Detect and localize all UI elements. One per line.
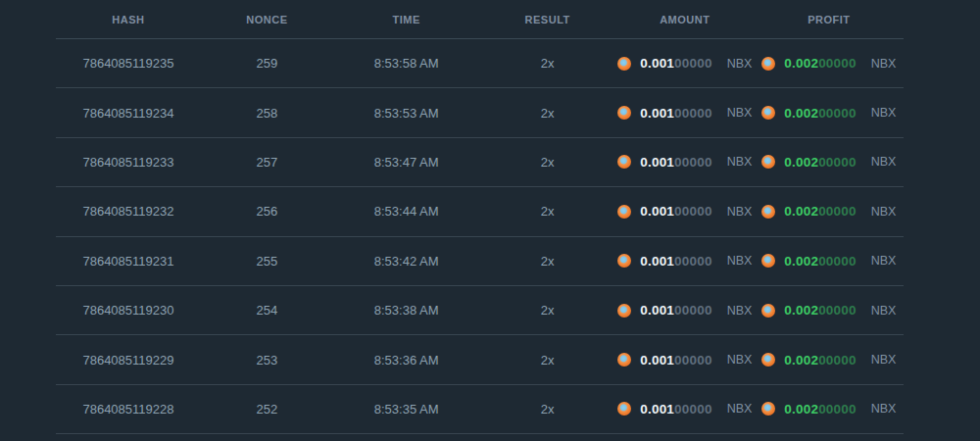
amount-zeros: 00000 bbox=[674, 106, 712, 121]
profit-main: 0.002 bbox=[784, 303, 818, 318]
coin-icon bbox=[761, 254, 775, 268]
currency-label: NBX bbox=[727, 402, 753, 416]
column-header-profit: PROFIT bbox=[755, 0, 904, 39]
table-header-row: HASH NONCE TIME RESULT AMOUNT PROFIT bbox=[56, 0, 904, 39]
column-header-time: TIME bbox=[333, 0, 480, 39]
amount-cell: 0.00100000 NBX bbox=[615, 236, 755, 285]
coin-icon bbox=[617, 155, 631, 169]
table-row: 7864085119232 256 8:53:44 AM 2x 0.001000… bbox=[56, 187, 904, 236]
table-row: 7864085119230 254 8:53:38 AM 2x 0.001000… bbox=[56, 285, 904, 334]
currency-label: NBX bbox=[871, 402, 897, 416]
profit-cell: 0.00200000 NBX bbox=[755, 236, 904, 285]
currency-label: NBX bbox=[727, 304, 753, 318]
amount-main: 0.001 bbox=[640, 254, 674, 269]
amount-value: 0.00100000 NBX bbox=[615, 155, 755, 170]
amount-cell: 0.00100000 NBX bbox=[615, 335, 755, 384]
currency-label: NBX bbox=[871, 57, 897, 71]
profit-cell: 0.00200000 NBX bbox=[755, 384, 904, 433]
result-cell: 2x bbox=[479, 236, 614, 285]
profit-main: 0.002 bbox=[784, 254, 818, 269]
coin-icon bbox=[617, 205, 631, 219]
hash-cell: 7864085119230 bbox=[56, 285, 201, 334]
table-row: 7864085119231 255 8:53:42 AM 2x 0.001000… bbox=[56, 236, 904, 285]
coin-icon bbox=[761, 57, 775, 71]
amount-cell: 0.00100000 NBX bbox=[615, 137, 755, 186]
profit-cell: 0.00200000 NBX bbox=[755, 285, 904, 334]
amount-cell: 0.00100000 NBX bbox=[615, 39, 755, 88]
column-header-result: RESULT bbox=[479, 0, 614, 39]
nonce-cell: 252 bbox=[201, 384, 333, 433]
profit-zeros: 00000 bbox=[818, 106, 857, 121]
result-cell: 2x bbox=[479, 285, 614, 334]
amount-main: 0.001 bbox=[640, 106, 674, 121]
hash-cell: 7864085119228 bbox=[56, 384, 201, 433]
table-row: 7864085119228 252 8:53:35 AM 2x 0.001000… bbox=[56, 384, 904, 433]
amount-value: 0.00100000 NBX bbox=[615, 303, 755, 318]
profit-zeros: 00000 bbox=[818, 353, 857, 368]
amount-zeros: 00000 bbox=[674, 204, 712, 219]
currency-label: NBX bbox=[727, 155, 753, 169]
profit-main: 0.002 bbox=[784, 56, 818, 71]
hash-cell: 7864085119231 bbox=[56, 236, 201, 285]
column-header-nonce: NONCE bbox=[201, 0, 333, 39]
time-cell: 8:53:58 AM bbox=[333, 39, 480, 88]
amount-value: 0.00100000 NBX bbox=[615, 402, 755, 416]
nonce-cell: 253 bbox=[201, 335, 333, 384]
nonce-cell: 258 bbox=[201, 88, 333, 137]
profit-zeros: 00000 bbox=[818, 56, 857, 71]
profit-zeros: 00000 bbox=[818, 402, 857, 416]
amount-value: 0.00100000 NBX bbox=[615, 204, 755, 219]
currency-label: NBX bbox=[871, 254, 897, 268]
nonce-cell: 254 bbox=[201, 285, 333, 334]
result-cell: 2x bbox=[479, 88, 614, 137]
amount-cell: 0.00100000 NBX bbox=[615, 88, 755, 137]
amount-zeros: 00000 bbox=[674, 56, 712, 71]
coin-icon bbox=[617, 106, 631, 120]
profit-cell: 0.00200000 NBX bbox=[755, 187, 904, 236]
amount-zeros: 00000 bbox=[674, 402, 712, 416]
time-cell: 8:53:38 AM bbox=[333, 285, 480, 334]
profit-cell: 0.00200000 NBX bbox=[755, 335, 904, 384]
amount-value: 0.00100000 NBX bbox=[615, 353, 755, 368]
amount-value: 0.00100000 NBX bbox=[615, 254, 755, 269]
amount-main: 0.001 bbox=[640, 204, 674, 219]
profit-value: 0.00200000 NBX bbox=[755, 204, 904, 219]
result-cell: 2x bbox=[479, 187, 614, 236]
profit-value: 0.00200000 NBX bbox=[755, 56, 904, 71]
currency-label: NBX bbox=[871, 353, 897, 367]
currency-label: NBX bbox=[727, 106, 753, 120]
coin-icon bbox=[617, 402, 631, 416]
profit-cell: 0.00200000 NBX bbox=[755, 39, 904, 88]
time-cell: 8:53:44 AM bbox=[333, 187, 480, 236]
amount-main: 0.001 bbox=[640, 303, 674, 318]
currency-label: NBX bbox=[727, 205, 753, 219]
nonce-cell: 257 bbox=[201, 137, 333, 186]
result-cell: 2x bbox=[479, 335, 614, 384]
currency-label: NBX bbox=[871, 205, 897, 219]
currency-label: NBX bbox=[727, 353, 753, 367]
profit-value: 0.00200000 NBX bbox=[755, 106, 904, 121]
profit-main: 0.002 bbox=[784, 204, 818, 219]
time-cell: 8:53:36 AM bbox=[333, 335, 480, 384]
table-row: 7864085119235 259 8:53:58 AM 2x 0.001000… bbox=[56, 39, 904, 88]
amount-main: 0.001 bbox=[640, 155, 674, 170]
nonce-cell: 255 bbox=[201, 236, 333, 285]
amount-main: 0.001 bbox=[640, 402, 674, 416]
table-row: 7864085119229 253 8:53:36 AM 2x 0.001000… bbox=[56, 335, 904, 384]
column-header-hash: HASH bbox=[56, 0, 201, 39]
amount-cell: 0.00100000 NBX bbox=[615, 187, 755, 236]
profit-zeros: 00000 bbox=[818, 204, 857, 219]
time-cell: 8:53:53 AM bbox=[333, 88, 480, 137]
coin-icon bbox=[761, 353, 775, 367]
coin-icon bbox=[617, 304, 631, 318]
profit-zeros: 00000 bbox=[818, 254, 857, 269]
coin-icon bbox=[761, 402, 775, 416]
table-row: 7864085119234 258 8:53:53 AM 2x 0.001000… bbox=[56, 88, 904, 137]
hash-cell: 7864085119235 bbox=[56, 39, 201, 88]
coin-icon bbox=[617, 254, 631, 268]
hash-cell: 7864085119233 bbox=[56, 137, 201, 186]
coin-icon bbox=[761, 205, 775, 219]
amount-cell: 0.00100000 NBX bbox=[615, 384, 755, 433]
currency-label: NBX bbox=[727, 57, 753, 71]
profit-main: 0.002 bbox=[784, 353, 818, 368]
